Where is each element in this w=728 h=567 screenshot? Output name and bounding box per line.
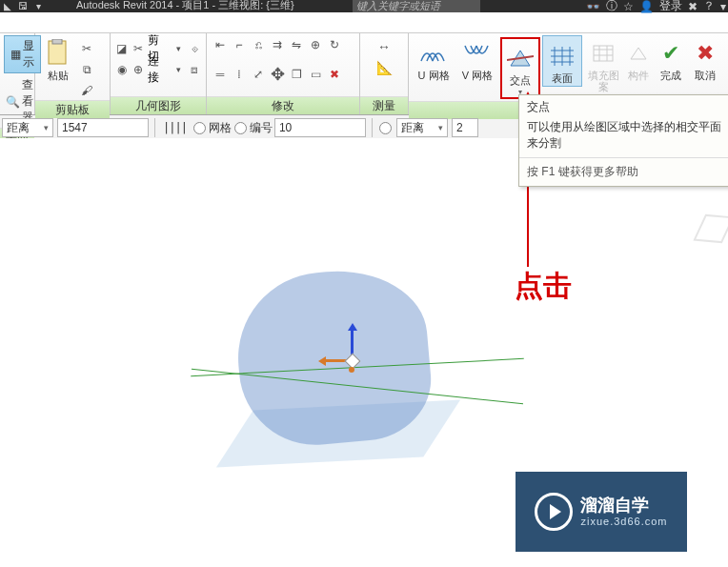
cancel-button[interactable]: ✖ 取消 [689,35,721,81]
move-icon[interactable]: ✥ [270,67,285,82]
tooltip-title: 交点 [519,95,728,117]
quick-access-toolbar: ◣ 🖫 ▾ [0,0,46,12]
distance-select-2[interactable]: 距离▾ [396,118,448,137]
radio-distance2[interactable] [379,122,392,134]
cross-button[interactable]: 交点 ▾ [503,40,537,96]
dropdown-icon[interactable]: ▾ [171,41,185,56]
help-icon[interactable]: ？ [703,0,715,14]
qat-dropdown-icon[interactable]: ▾ [30,0,46,12]
delete-icon[interactable]: ✖ [327,67,342,82]
ribbon-label-geometry: 几何图形 [111,96,206,114]
array-icon[interactable]: ⁞ [232,67,247,82]
fill-label: 填充图案 [584,70,622,92]
cross-label: 交点 [510,74,531,86]
group-icon[interactable]: ▭ [308,67,323,82]
view-cube[interactable] [699,214,728,262]
user-icon[interactable]: 👤 [639,0,654,13]
ribbon-group-plane: ▦ 显示 🔍 查看器 平面 [0,33,35,114]
play-icon [535,493,573,531]
split-icon[interactable]: ⎌ [251,37,266,52]
number-value[interactable]: 10 [274,118,366,137]
radio-number[interactable] [234,122,247,134]
number-label: 编号 [250,120,273,136]
distance-select-1[interactable]: 距离▾ [2,118,53,137]
watermark-brand: 溜溜自学 [580,496,649,516]
join-icon[interactable]: ◉ [114,62,129,77]
finish-button[interactable]: ✔ 完成 [655,35,687,81]
u-grid-icon [419,39,448,68]
display-label: 显示 [23,38,34,71]
finish-label: 完成 [660,70,681,81]
join-label: 连接 [148,53,170,86]
grid-label: 网格 [209,120,232,136]
copy2-icon[interactable]: ❐ [289,67,304,82]
login-link[interactable]: 登录 [659,0,682,14]
distance-value-2[interactable]: 2 [452,118,478,137]
separator [154,118,155,137]
ribbon-group-clipboard: 粘贴 ✂ ⧉ 🖌 剪贴板 [35,33,111,114]
move-gizmo[interactable] [324,329,381,386]
u-grid-button[interactable]: U 网格 [413,35,455,81]
v-grid-button[interactable]: V 网格 [456,35,498,81]
component-button: 构件 [624,35,653,81]
join2-icon[interactable]: ⊕ [131,62,145,77]
annotation-text: 点击 [515,267,572,306]
fill-icon [589,39,617,68]
distance2-label: 距离 [401,119,424,136]
misc-geom-icon[interactable]: ⟐ [188,41,202,56]
trim-icon[interactable]: ⌐ [232,37,247,52]
tooltip-help: 按 F1 键获得更多帮助 [519,157,728,186]
component-icon [624,39,653,68]
extend-icon[interactable]: ═ [212,67,228,82]
scale-icon[interactable]: ⤢ [251,67,266,82]
cut-geom-icon[interactable]: ✂ [131,41,145,56]
svg-rect-1 [52,39,62,44]
search-input[interactable]: 键入关键字或短语 [353,0,480,12]
misc-geom2-icon[interactable]: ⧈ [188,62,202,77]
rotate-icon[interactable]: ↻ [327,37,342,52]
v-grid-label: V 网格 [462,70,493,81]
surface-label: 表面 [552,72,573,84]
pin-icon[interactable]: ⊕ [308,37,323,52]
match-icon[interactable]: 🖌 [79,83,94,98]
distance-value-1[interactable]: 1547 [57,118,149,137]
qat-save-icon[interactable]: 🖫 [15,0,30,12]
spacer [0,12,728,33]
offset-icon[interactable]: ⇉ [270,37,285,52]
separator [372,118,373,137]
cross-icon [506,44,535,72]
dimension-icon[interactable]: ↔ [376,39,392,54]
paste-icon [44,39,72,68]
copy-icon[interactable]: ⧉ [79,62,94,77]
tooltip-popup: 交点 可以使用从绘图区域中选择的相交平面来分割 按 F1 键获得更多帮助 [518,94,728,187]
info-icon[interactable]: ⓘ [606,0,617,14]
cut-icon[interactable]: ✂ [79,41,94,56]
radio-grid[interactable] [193,122,206,134]
paste-label: 粘贴 [48,70,69,81]
ribbon-group-modify: ⇤ ⌐ ⎌ ⇉ ⇋ ⊕ ↻ ═ ⁞ ⤢ ✥ ❐ ▭ ✖ 修改 [207,33,360,114]
binoculars-icon[interactable]: 👓 [586,0,600,13]
qat-app-icon[interactable]: ◣ [0,0,15,12]
title-bar: ◣ 🖫 ▾ Autodesk Revit 2014 - 项目1 - 三维视图: … [0,0,728,12]
dropdown-icon[interactable]: ▾ [720,0,726,13]
ribbon-label-measure: 测量 [360,96,408,114]
gizmo-origin-icon [349,367,354,373]
surface-button-selected: 表面 [542,35,582,87]
tooltip-body: 可以使用从绘图区域中选择的相交平面来分割 [519,117,728,157]
titlebar-right: 👓 ⓘ ☆ 👤 登录 ✖ ？ ▾ [586,0,726,12]
align-icon[interactable]: ⇤ [212,37,228,52]
notch-icon[interactable]: ◪ [114,41,129,56]
surface-icon [548,42,576,71]
exchange-icon[interactable]: ✖ [688,0,698,13]
component-label: 构件 [628,70,649,81]
mirror-icon[interactable]: ⇋ [289,37,304,52]
ribbon-label-modify: 修改 [207,96,359,114]
viewer-icon: 🔍 [6,95,20,109]
surface-button[interactable]: 表面 [545,38,579,84]
cancel-icon: ✖ [691,39,719,68]
paste-button[interactable]: 粘贴 [39,35,77,81]
dropdown-icon[interactable]: ▾ [171,62,185,77]
tick-icon: |||| [163,121,187,134]
star-icon[interactable]: ☆ [623,0,634,13]
measure-icon[interactable]: 📐 [376,60,392,75]
